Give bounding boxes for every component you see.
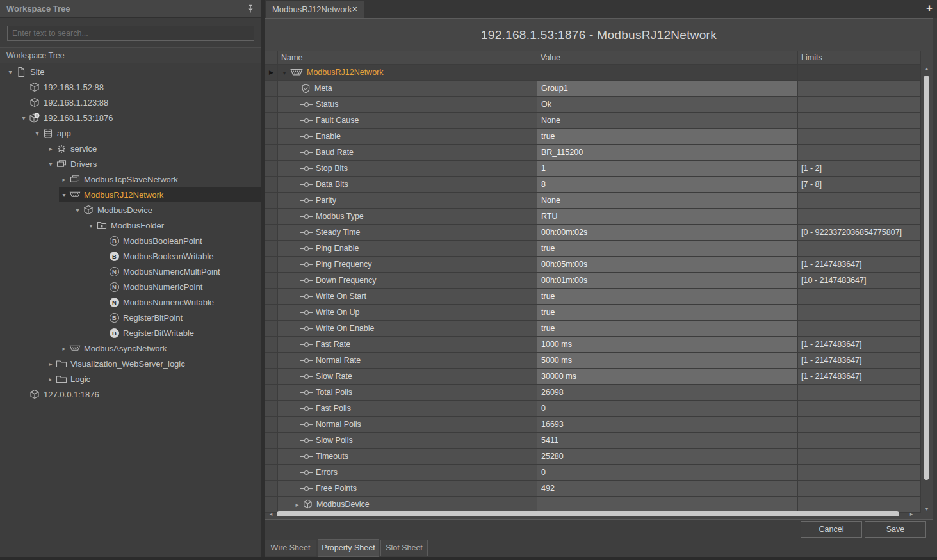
table-row[interactable]: Slow Rate30000 ms[1 - 2147483647] — [265, 369, 921, 385]
table-row[interactable]: Stop Bits1[1 - 2] — [265, 161, 921, 177]
table-row[interactable]: Fast Rate1000 ms[1 - 2147483647] — [265, 337, 921, 353]
expander-icon[interactable]: ▾ — [72, 207, 83, 214]
property-value[interactable]: 30000 ms — [537, 369, 798, 385]
tree-item-drivers[interactable]: ▾Drivers — [0, 156, 261, 172]
horizontal-scroll-thumb[interactable] — [277, 511, 899, 516]
property-value[interactable]: true — [537, 241, 798, 257]
table-row[interactable]: Write On Starttrue — [265, 289, 921, 305]
tree-item-point[interactable]: BRegisterBitWritable — [0, 325, 261, 340]
property-value[interactable]: 00h:01m:00s — [537, 273, 798, 289]
expander-icon[interactable]: ▾ — [45, 161, 56, 168]
property-value[interactable]: Group1 — [537, 81, 798, 97]
tree-item-station[interactable]: ▾192.168.1.53:1876 — [0, 110, 261, 125]
tab-slot-sheet[interactable]: Slot Sheet — [380, 540, 428, 556]
pin-icon[interactable] — [246, 4, 255, 13]
tab-property-sheet[interactable]: Property Sheet — [318, 539, 379, 557]
table-row[interactable]: ParityNone — [265, 193, 921, 209]
tree-item-folder[interactable]: ▸Logic — [0, 371, 261, 387]
tree-item-point[interactable]: NModbusNumericMultiPoint — [0, 264, 261, 279]
table-row[interactable]: Normal Polls16693 — [265, 417, 921, 433]
tab-modbusrj12network[interactable]: ModbusRJ12Network ✕ — [266, 1, 364, 18]
table-row[interactable]: Free Points492 — [265, 481, 921, 497]
table-row[interactable]: Data Bits8[7 - 8] — [265, 177, 921, 193]
expander-icon[interactable]: ▸ — [59, 176, 69, 183]
property-value[interactable]: 5000 ms — [537, 353, 798, 369]
tree-item-station[interactable]: 192.168.1.52:88 — [0, 79, 261, 95]
tree-item-network-selected[interactable]: ▾ModbusRJ12Network — [0, 187, 261, 202]
column-value[interactable]: Value — [537, 51, 798, 65]
horizontal-scrollbar[interactable]: ◂ ▸ — [265, 510, 933, 518]
table-row[interactable]: Write On Enabletrue — [265, 321, 921, 337]
column-limits[interactable]: Limits — [798, 51, 921, 65]
expander-icon[interactable]: ▾ — [5, 68, 15, 76]
new-tab-icon[interactable]: + — [926, 2, 933, 15]
expander-icon[interactable]: ▸ — [45, 145, 56, 152]
table-row[interactable]: Total Polls26098 — [265, 385, 921, 401]
expander-icon[interactable]: ▾ — [32, 130, 42, 137]
scroll-right-icon[interactable]: ▸ — [907, 510, 916, 518]
table-row[interactable]: Fast Polls0 — [265, 401, 921, 417]
property-value[interactable]: 00h:00m:02s — [537, 225, 798, 241]
tree-item-point[interactable]: NModbusNumericPoint — [0, 279, 261, 294]
property-value[interactable]: true — [537, 321, 798, 337]
property-value[interactable]: 1000 ms — [537, 337, 798, 353]
property-value[interactable]: 8 — [537, 177, 798, 193]
tab-wire-sheet[interactable]: Wire Sheet — [265, 540, 316, 556]
expander-icon[interactable]: ▸ — [59, 345, 69, 352]
tree-item-service[interactable]: ▸service — [0, 141, 261, 156]
scroll-up-icon[interactable]: ▴ — [922, 65, 931, 72]
tree-item-folder[interactable]: ▾ModbusFolder — [0, 218, 261, 233]
search-input[interactable] — [7, 26, 254, 41]
table-row[interactable]: Timeouts25280 — [265, 449, 921, 465]
table-row[interactable]: Steady Time00h:00m:02s[0 - 9223372036854… — [265, 225, 921, 241]
expander-icon[interactable]: ▸ — [292, 501, 302, 508]
column-name[interactable]: Name — [278, 51, 537, 65]
cancel-button[interactable]: Cancel — [801, 521, 862, 538]
scroll-left-icon[interactable]: ◂ — [266, 510, 275, 518]
table-row[interactable]: Ping Enabletrue — [265, 241, 921, 257]
tree-item-point[interactable]: BModbusBooleanWritable — [0, 248, 261, 264]
tree-item-site[interactable]: ▾Site — [0, 64, 261, 79]
property-value[interactable]: 00h:05m:00s — [537, 257, 798, 273]
property-value[interactable]: true — [537, 305, 798, 321]
tree-item-station[interactable]: 192.168.1.123:88 — [0, 95, 261, 110]
table-row[interactable]: StatusOk — [265, 97, 921, 113]
table-row[interactable]: Ping Frequency00h:05m:00s[1 - 2147483647… — [265, 257, 921, 273]
tree-item-folder[interactable]: ▸Visualization_WebServer_logic — [0, 356, 261, 371]
table-row[interactable]: Fault CauseNone — [265, 113, 921, 129]
expander-icon[interactable]: ▾ — [279, 69, 289, 76]
table-row[interactable]: Normal Rate5000 ms[1 - 2147483647] — [265, 353, 921, 369]
tree-item-point[interactable]: BRegisterBitPoint — [0, 310, 261, 325]
property-value[interactable]: true — [537, 129, 798, 145]
vertical-scrollbar[interactable]: ▴ ▾ — [922, 65, 931, 513]
property-value[interactable]: 1 — [537, 161, 798, 177]
expander-icon[interactable]: ▾ — [59, 191, 69, 198]
table-row[interactable]: Modbus TypeRTU — [265, 209, 921, 225]
table-row[interactable]: Enabletrue — [265, 129, 921, 145]
property-value[interactable]: true — [537, 289, 798, 305]
table-row[interactable]: MetaGroup1 — [265, 81, 921, 97]
property-value[interactable]: None — [537, 193, 798, 209]
expander-icon[interactable]: ▾ — [19, 115, 29, 122]
tree-item-device[interactable]: ▾ModbusDevice — [0, 202, 261, 218]
expander-icon[interactable]: ▸ — [45, 360, 56, 367]
tree-item-station[interactable]: 127.0.0.1:1876 — [0, 387, 261, 402]
expander-icon[interactable]: ▾ — [86, 222, 96, 229]
table-row[interactable]: Write On Uptrue — [265, 305, 921, 321]
tree-item-point[interactable]: NModbusNumericWritable — [0, 294, 261, 310]
table-row-network[interactable]: ▶ ▾ModbusRJ12Network — [265, 65, 921, 81]
tree-item-point[interactable]: BModbusBooleanPoint — [0, 233, 261, 248]
close-icon[interactable]: ✕ — [352, 5, 357, 13]
property-value[interactable]: RTU — [537, 209, 798, 225]
table-row[interactable]: Down Frequency00h:01m:00s[10 - 214748364… — [265, 273, 921, 289]
table-row[interactable]: Baud RateBR_115200 — [265, 145, 921, 161]
save-button[interactable]: Save — [865, 521, 926, 538]
tree-item-network[interactable]: ▸ModbusTcpSlaveNetwork — [0, 172, 261, 187]
table-row[interactable]: Errors0 — [265, 465, 921, 481]
tree-item-app[interactable]: ▾app — [0, 125, 261, 141]
tree-item-network[interactable]: ▸ModbusAsyncNetwork — [0, 340, 261, 356]
expander-icon[interactable]: ▸ — [45, 376, 56, 383]
property-value[interactable]: BR_115200 — [537, 145, 798, 161]
table-row[interactable]: Slow Polls5411 — [265, 433, 921, 449]
vertical-scroll-thumb[interactable] — [924, 76, 929, 480]
